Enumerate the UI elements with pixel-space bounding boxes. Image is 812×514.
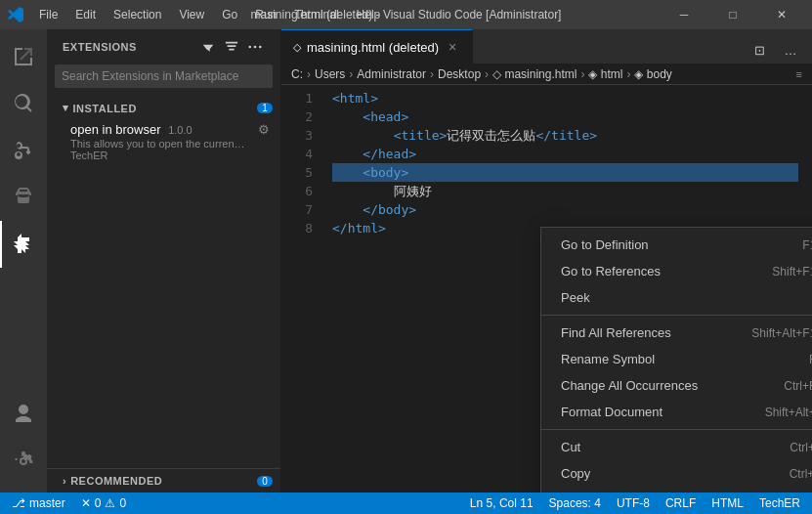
chevron-right-icon: › bbox=[63, 475, 66, 487]
warning-count: 0 bbox=[119, 496, 126, 510]
status-spaces[interactable]: Spaces: 4 bbox=[545, 496, 605, 510]
explorer-icon bbox=[12, 45, 35, 68]
source-control-icon bbox=[12, 139, 35, 162]
code-line-5: <body> bbox=[332, 163, 798, 182]
installed-label: ▾ INSTALLED bbox=[63, 102, 137, 114]
activity-bar bbox=[0, 29, 47, 493]
spaces-label: Spaces: 4 bbox=[549, 496, 601, 510]
sort-extensions-button[interactable] bbox=[222, 37, 241, 57]
ext-name-version: open in browser 1.0.0 bbox=[70, 122, 192, 137]
menu-copy[interactable]: Copy Ctrl+C bbox=[541, 460, 812, 487]
extension-search-input[interactable] bbox=[62, 69, 266, 83]
menu-cut[interactable]: Cut Ctrl+X bbox=[541, 434, 812, 460]
menu-paste[interactable]: Paste Ctrl+V bbox=[541, 487, 812, 493]
status-language[interactable]: HTML bbox=[707, 496, 748, 510]
menu-go-to-references[interactable]: Go to References Shift+F12 bbox=[541, 258, 812, 284]
activity-account[interactable] bbox=[0, 391, 47, 438]
cursor-position: Ln 5, Col 11 bbox=[470, 496, 534, 510]
activity-bar-bottom bbox=[0, 391, 47, 493]
encoding-label: UTF-8 bbox=[617, 496, 650, 510]
extension-search-box[interactable] bbox=[55, 64, 273, 88]
close-button[interactable]: ✕ bbox=[759, 0, 804, 29]
ext-description: This allows you to open the current fil.… bbox=[70, 138, 246, 150]
tabs-bar: ◇ masining.html (deleted) × ⊡ … bbox=[281, 29, 812, 64]
filter-extensions-button[interactable] bbox=[198, 37, 218, 57]
menu-file[interactable]: File bbox=[31, 6, 65, 23]
menu-separator-1 bbox=[541, 315, 812, 316]
breadcrumb-drive[interactable]: C: bbox=[291, 67, 303, 81]
menu-peek[interactable]: Peek › bbox=[541, 284, 812, 311]
code-line-1: <html> bbox=[332, 89, 798, 107]
activity-settings[interactable] bbox=[0, 438, 47, 485]
breadcrumb-file[interactable]: ◇ masining.html bbox=[492, 67, 577, 81]
breadcrumb-administrator[interactable]: Administrator bbox=[357, 67, 426, 81]
menu-change-all-occurrences[interactable]: Change All Occurrences Ctrl+F2 bbox=[541, 372, 812, 399]
breadcrumb-users[interactable]: Users bbox=[315, 67, 345, 81]
account-icon bbox=[12, 403, 35, 426]
menu-go[interactable]: Go bbox=[214, 6, 245, 23]
svg-point-2 bbox=[254, 46, 257, 49]
installed-count-badge: 1 bbox=[257, 103, 273, 113]
activity-extensions[interactable] bbox=[0, 221, 47, 268]
sidebar: EXTENSIONS bbox=[47, 29, 281, 493]
status-branch[interactable]: ⎇ master bbox=[8, 496, 69, 510]
menu-go-to-definition[interactable]: Go to Definition F12 bbox=[541, 232, 812, 258]
tab-label: masining.html (deleted) bbox=[307, 40, 439, 55]
maximize-button[interactable]: □ bbox=[710, 0, 755, 29]
activity-debug[interactable] bbox=[0, 174, 47, 221]
sidebar-actions bbox=[198, 37, 265, 57]
recommended-count-badge: 0 bbox=[257, 476, 273, 487]
tabs-actions: ⊡ … bbox=[746, 36, 812, 64]
active-tab[interactable]: ◇ masining.html (deleted) × bbox=[281, 29, 473, 64]
more-tabs-button[interactable]: … bbox=[777, 36, 804, 64]
menu-edit[interactable]: Edit bbox=[67, 6, 104, 23]
editor-area: ◇ masining.html (deleted) × ⊡ … C: › Use… bbox=[281, 29, 812, 493]
tab-close-button[interactable]: × bbox=[445, 39, 460, 55]
code-line-6: 阿姨好 bbox=[332, 182, 798, 200]
tab-file-icon: ◇ bbox=[293, 41, 301, 54]
ext-author: TechER bbox=[70, 150, 273, 161]
code-line-4: </head> bbox=[332, 145, 798, 163]
menu-selection[interactable]: Selection bbox=[106, 6, 169, 23]
recommended-section-header[interactable]: › RECOMMENDED 0 bbox=[47, 473, 280, 489]
menu-view[interactable]: View bbox=[171, 6, 212, 23]
author-label: TechER bbox=[759, 496, 800, 510]
split-editor-button[interactable]: ⊡ bbox=[746, 36, 773, 64]
breadcrumb-html[interactable]: ◈ html bbox=[588, 67, 622, 81]
status-errors[interactable]: ✕ 0 ⚠ 0 bbox=[77, 496, 130, 510]
breadcrumb-action: ≡ bbox=[796, 68, 802, 80]
menu-separator-2 bbox=[541, 429, 812, 430]
menu-find-all-references[interactable]: Find All References Shift+Alt+F12 bbox=[541, 320, 812, 346]
ext-item-top: open in browser 1.0.0 ⚙ bbox=[70, 120, 273, 138]
filter-icon bbox=[201, 40, 215, 54]
breadcrumb-body[interactable]: ◈ body bbox=[634, 67, 671, 81]
activity-source-control[interactable] bbox=[0, 127, 47, 174]
breadcrumb: C: › Users › Administrator › Desktop › ◇… bbox=[281, 64, 812, 85]
status-cursor[interactable]: Ln 5, Col 11 bbox=[466, 496, 537, 510]
window-controls: ─ □ ✕ bbox=[662, 0, 804, 29]
activity-search[interactable] bbox=[0, 80, 47, 127]
window-title: masining.html (deleted) - Visual Studio … bbox=[251, 8, 562, 21]
code-line-2: <head> bbox=[332, 107, 798, 126]
title-bar: File Edit Selection View Go Run Terminal… bbox=[0, 0, 812, 29]
minimize-button[interactable]: ─ bbox=[662, 0, 706, 29]
more-extensions-button[interactable] bbox=[245, 37, 265, 57]
status-encoding[interactable]: UTF-8 bbox=[613, 496, 654, 510]
activity-explorer[interactable] bbox=[0, 33, 47, 80]
code-line-7: </body> bbox=[332, 200, 798, 219]
installed-section-header[interactable]: ▾ INSTALLED 1 bbox=[47, 100, 280, 116]
ext-version: 1.0.0 bbox=[168, 124, 192, 136]
line-numbers: 1 2 3 4 5 6 7 8 bbox=[281, 85, 321, 493]
debug-icon bbox=[12, 186, 35, 209]
status-eol[interactable]: CRLF bbox=[662, 496, 700, 510]
status-author[interactable]: TechER bbox=[755, 496, 804, 510]
menu-format-document[interactable]: Format Document Shift+Alt+F bbox=[541, 399, 812, 425]
more-icon bbox=[248, 40, 262, 54]
extension-gear-button[interactable]: ⚙ bbox=[255, 120, 273, 138]
breadcrumb-desktop[interactable]: Desktop bbox=[438, 67, 481, 81]
code-line-3: <title>记得双击怎么贴</title> bbox=[332, 126, 798, 145]
extension-item-open-in-browser[interactable]: open in browser 1.0.0 ⚙ This allows you … bbox=[47, 116, 280, 165]
menu-rename-symbol[interactable]: Rename Symbol F2 bbox=[541, 346, 812, 372]
svg-point-1 bbox=[248, 46, 251, 49]
code-editor[interactable]: 1 2 3 4 5 6 7 8 <html> <head> <title>记得双… bbox=[281, 85, 812, 493]
